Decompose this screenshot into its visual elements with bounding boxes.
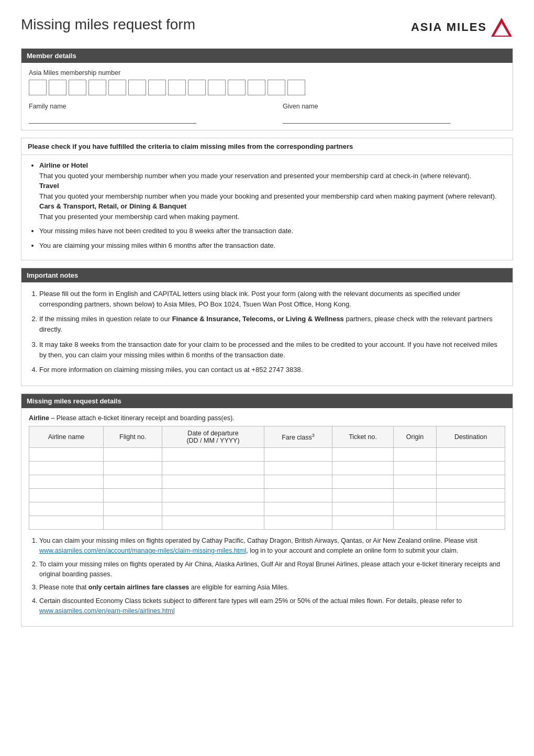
family-name-field: Family name <box>29 103 251 124</box>
name-row: Family name Given name <box>29 103 505 124</box>
list-item: If the missing miles in question relate … <box>39 314 505 335</box>
table-cell[interactable] <box>393 516 437 529</box>
table-cell[interactable] <box>162 475 264 488</box>
table-cell[interactable] <box>393 475 437 488</box>
footer-note-3-bold: only certain airlines fare classes <box>88 584 189 591</box>
note-1: Please fill out the form in English and … <box>39 290 460 308</box>
list-item: You can claim your missing miles on flig… <box>39 536 505 556</box>
membership-box-11[interactable] <box>228 80 246 95</box>
membership-box-4[interactable] <box>88 80 106 95</box>
table-cell[interactable] <box>332 488 393 502</box>
table-cell[interactable] <box>162 488 264 502</box>
table-cell[interactable] <box>264 502 332 516</box>
footer-note-3-pre: Please note that <box>39 584 88 591</box>
criteria-text-1: That you quoted your membership number w… <box>39 172 471 180</box>
table-cell[interactable] <box>437 475 505 488</box>
table-cell[interactable] <box>437 488 505 502</box>
table-cell[interactable] <box>264 488 332 502</box>
table-cell[interactable] <box>29 461 104 475</box>
airline-table: Airline name Flight no. Date of departur… <box>29 426 505 530</box>
important-notes-content: Please fill out the form in English and … <box>21 282 513 386</box>
table-cell[interactable] <box>104 475 162 488</box>
note-2-pre: If the missing miles in question relate … <box>39 315 172 323</box>
note-3: It may take 8 weeks from the transaction… <box>39 341 497 359</box>
table-cell[interactable] <box>29 488 104 502</box>
criteria-bold-1: Airline or Hotel <box>39 161 88 169</box>
membership-box-8[interactable] <box>168 80 186 95</box>
table-header-row: Airline name Flight no. Date of departur… <box>29 426 505 447</box>
table-cell[interactable] <box>437 461 505 475</box>
table-cell[interactable] <box>264 461 332 475</box>
member-details-section: Member details Asia Miles membership num… <box>21 48 513 130</box>
table-cell[interactable] <box>264 475 332 488</box>
col-origin: Origin <box>393 426 437 447</box>
missing-miles-section: Missing miles request details Airline – … <box>21 393 513 627</box>
list-item: Please note that only certain airlines f… <box>39 583 505 593</box>
footer-link-2[interactable]: www.asiamiles.com/en/earn-miles/airlines… <box>39 607 174 615</box>
criteria-section: Please check if you have fulfilled the c… <box>21 138 513 260</box>
membership-box-6[interactable] <box>128 80 146 95</box>
table-body <box>29 447 505 529</box>
membership-box-13[interactable] <box>268 80 285 95</box>
table-cell[interactable] <box>332 461 393 475</box>
table-cell[interactable] <box>104 502 162 516</box>
table-cell[interactable] <box>393 461 437 475</box>
table-cell[interactable] <box>332 447 393 461</box>
table-cell[interactable] <box>437 502 505 516</box>
table-cell[interactable] <box>437 516 505 529</box>
table-cell[interactable] <box>332 475 393 488</box>
criteria-header: Please check if you have fulfilled the c… <box>21 138 513 155</box>
table-row <box>29 447 505 461</box>
table-cell[interactable] <box>264 447 332 461</box>
page-header: Missing miles request form ASIA MILES <box>21 16 513 39</box>
table-cell[interactable] <box>332 516 393 529</box>
family-name-input[interactable] <box>29 112 196 124</box>
footer-notes-list: You can claim your missing miles on flig… <box>29 536 505 617</box>
table-cell[interactable] <box>162 461 264 475</box>
list-item: You are claiming your missing miles with… <box>39 240 505 251</box>
membership-box-1[interactable] <box>29 80 47 95</box>
membership-box-12[interactable] <box>248 80 265 95</box>
table-cell[interactable] <box>162 516 264 529</box>
table-cell[interactable] <box>393 502 437 516</box>
table-cell[interactable] <box>104 488 162 502</box>
membership-box-9[interactable] <box>188 80 206 95</box>
criteria-text-2: That you quoted your membership number w… <box>39 192 497 200</box>
table-cell[interactable] <box>29 516 104 529</box>
membership-box-5[interactable] <box>108 80 126 95</box>
footer-note-2: To claim your missing miles on flights o… <box>39 561 500 578</box>
membership-box-10[interactable] <box>208 80 226 95</box>
table-cell[interactable] <box>29 502 104 516</box>
membership-box-2[interactable] <box>49 80 66 95</box>
table-cell[interactable] <box>29 447 104 461</box>
membership-box-7[interactable] <box>148 80 166 95</box>
airline-instruction-text: – Please attach e-ticket itinerary recei… <box>49 414 235 422</box>
logo-icon <box>490 16 513 39</box>
table-cell[interactable] <box>393 447 437 461</box>
table-cell[interactable] <box>437 447 505 461</box>
table-cell[interactable] <box>29 475 104 488</box>
table-cell[interactable] <box>332 502 393 516</box>
membership-box-3[interactable] <box>69 80 86 95</box>
table-cell[interactable] <box>104 516 162 529</box>
member-details-content: Asia Miles membership number Family name… <box>21 63 513 130</box>
airline-instruction: Airline – Please attach e-ticket itinera… <box>29 414 505 422</box>
footer-link-1[interactable]: www.asiamiles.com/en/account/manage-mile… <box>39 547 246 554</box>
criteria-bold-3: Cars & Transport, Retail, or Dining & Ba… <box>39 202 186 210</box>
table-row <box>29 488 505 502</box>
col-ticket-no: Ticket no. <box>332 426 393 447</box>
list-item: For more information on claiming missing… <box>39 365 505 375</box>
membership-box-14[interactable] <box>287 80 305 95</box>
logo-area: ASIA MILES <box>411 16 513 39</box>
table-cell[interactable] <box>264 516 332 529</box>
airline-bold: Airline <box>29 414 49 422</box>
table-cell[interactable] <box>104 461 162 475</box>
table-cell[interactable] <box>104 447 162 461</box>
table-cell[interactable] <box>393 488 437 502</box>
missing-miles-content: Airline – Please attach e-ticket itinera… <box>21 408 513 626</box>
given-name-input[interactable] <box>283 112 450 124</box>
table-cell[interactable] <box>162 447 264 461</box>
table-cell[interactable] <box>162 502 264 516</box>
family-name-label: Family name <box>29 103 251 110</box>
criteria-list: Airline or Hotel That you quoted your me… <box>29 160 505 250</box>
